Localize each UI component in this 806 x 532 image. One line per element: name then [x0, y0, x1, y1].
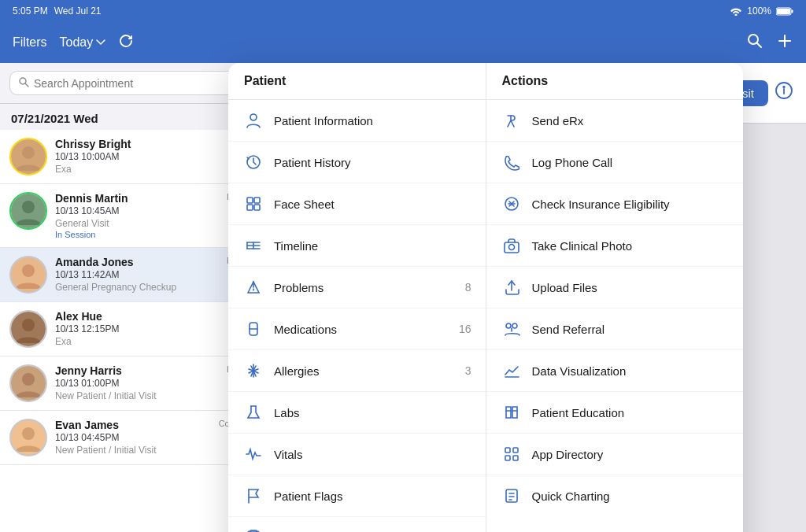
charting-icon [501, 485, 523, 507]
patient-name: Dennis Martin [55, 192, 219, 205]
patient-item-jenny[interactable]: Jenny Harris 10/13 01:00PM New Patient /… [0, 357, 251, 411]
patient-info-chrissy: Chrissy Bright 10/13 10:00AM Exa [55, 138, 222, 175]
menu-label: Patient Information [274, 114, 471, 127]
date-display: Wed Jul 21 [54, 6, 102, 17]
search-input[interactable] [34, 77, 233, 90]
menu-item-appointment-list[interactable]: Appointment List [228, 517, 486, 532]
menu-badge: 3 [465, 364, 471, 377]
camera-icon [501, 235, 523, 257]
svg-rect-75 [513, 456, 518, 460]
patient-item-amanda[interactable]: Amanda Jones 10/13 11:42AM General Pregn… [0, 248, 251, 302]
refresh-button[interactable] [118, 33, 134, 53]
history-icon [242, 151, 264, 173]
info-button[interactable] [775, 81, 793, 105]
menu-item-send-erx[interactable]: Send eRx [486, 100, 744, 142]
menu-item-problems[interactable]: Problems 8 [228, 267, 486, 308]
menu-label: Face Sheet [274, 198, 471, 211]
patient-time: 10/13 11:42AM [55, 269, 219, 280]
patient-detail: New Patient / Initial Visit [55, 390, 219, 401]
left-sidebar: 07/21/2021 Wed Chrissy Bright 10/13 10:0… [0, 63, 252, 532]
menu-label: Patient History [274, 156, 471, 169]
patient-item-alex[interactable]: Alex Hue 10/13 12:15PM Exa Arr [0, 302, 251, 357]
timeline-icon [242, 235, 264, 257]
menu-item-app-directory[interactable]: App Directory [486, 434, 744, 475]
header-right [746, 32, 793, 54]
grid-icon [242, 193, 264, 215]
patient-col-header: Patient [228, 63, 486, 99]
actions-col-header: Actions [486, 63, 744, 99]
today-button[interactable]: Today [60, 35, 106, 50]
menu-item-clinical-photo[interactable]: Take Clinical Photo [486, 225, 744, 267]
allergies-icon [242, 360, 264, 382]
vitals-icon [242, 443, 264, 465]
header-left: Filters Today [13, 33, 134, 53]
menu-item-insurance[interactable]: Check Insurance Eligibility [486, 183, 744, 225]
patient-item-dennis[interactable]: Dennis Martin 10/13 10:45AM General Visi… [0, 184, 251, 248]
list-icon [242, 526, 264, 532]
patient-item-chrissy[interactable]: Chrissy Bright 10/13 10:00AM Exa Arr [0, 130, 251, 184]
menu-item-patient-education[interactable]: Patient Education [486, 392, 744, 434]
referral-icon [501, 318, 523, 340]
svg-point-64 [508, 245, 514, 250]
menu-item-timeline[interactable]: Timeline [228, 225, 486, 267]
menu-item-patient-flags[interactable]: Patient Flags [228, 475, 486, 517]
menu-badge: 16 [459, 323, 471, 335]
menu-label: Problems [274, 281, 456, 294]
menu-item-patient-info[interactable]: Patient Information [228, 100, 486, 142]
patient-info-dennis: Dennis Martin 10/13 10:45AM General Visi… [55, 192, 219, 239]
filters-button[interactable]: Filters [13, 35, 47, 50]
add-button[interactable] [776, 32, 793, 54]
patient-detail: General Visit [55, 218, 219, 229]
patient-detail: Exa [55, 336, 222, 347]
avatar-chrissy [9, 138, 47, 175]
menu-item-patient-history[interactable]: Patient History [228, 142, 486, 183]
patient-time: 10/13 10:45AM [55, 205, 219, 216]
search-button[interactable] [746, 32, 763, 54]
status-bar-left: 5:05 PM Wed Jul 21 [13, 6, 102, 17]
menu-item-labs[interactable]: Labs [228, 392, 486, 434]
patient-time: 10/13 12:15PM [55, 323, 222, 334]
menu-item-medications[interactable]: Medications 16 [228, 308, 486, 350]
insurance-icon [501, 193, 523, 215]
svg-point-14 [22, 264, 35, 277]
svg-point-18 [22, 373, 35, 386]
menu-item-allergies[interactable]: Allergies 3 [228, 350, 486, 392]
menu-item-face-sheet[interactable]: Face Sheet [228, 183, 486, 225]
svg-point-20 [22, 427, 35, 440]
date-header: 07/21/2021 Wed [0, 104, 251, 130]
menu-item-log-phone[interactable]: Log Phone Call [486, 142, 744, 183]
svg-line-4 [757, 42, 762, 47]
menu-item-quick-charting[interactable]: Quick Charting [486, 475, 744, 516]
dropdown-body: Patient Information Patient History [228, 100, 743, 532]
menu-label: Send Referral [532, 323, 730, 336]
actions-column: Send eRx Log Phone Call [486, 100, 744, 532]
menu-label: Check Insurance Eligibility [532, 198, 730, 211]
patient-info-alex: Alex Hue 10/13 12:15PM Exa [55, 310, 222, 347]
svg-rect-73 [513, 448, 518, 453]
plus-icon [776, 32, 793, 50]
patient-detail: General Pregnancy Checkup [55, 282, 219, 293]
rx-icon [501, 109, 523, 131]
menu-label: Timeline [274, 239, 471, 253]
phone-icon [501, 151, 523, 173]
patient-time: 10/13 10:00AM [55, 151, 222, 162]
patient-list: Chrissy Bright 10/13 10:00AM Exa Arr Den… [0, 130, 251, 532]
patient-info-evan: Evan James 10/13 04:45PM New Patient / I… [55, 419, 211, 456]
status-bar-right: 100% [730, 6, 793, 17]
menu-item-send-referral[interactable]: Send Referral [486, 308, 744, 350]
patient-item-evan[interactable]: Evan James 10/13 04:45PM New Patient / I… [0, 411, 251, 465]
search-container [0, 63, 251, 104]
menu-item-vitals[interactable]: Vitals [228, 434, 486, 475]
svg-rect-74 [505, 456, 510, 460]
menu-item-data-viz[interactable]: Data Visualization [486, 350, 744, 392]
svg-line-8 [25, 83, 28, 87]
medications-icon [242, 318, 264, 340]
svg-point-25 [783, 87, 785, 88]
battery-icon [776, 7, 793, 16]
menu-label: Patient Flags [274, 490, 471, 503]
problems-icon [242, 276, 264, 298]
svg-rect-31 [254, 205, 260, 210]
menu-label: Patient Education [532, 406, 730, 419]
menu-item-upload-files[interactable]: Upload Files [486, 267, 744, 308]
svg-point-66 [506, 323, 511, 328]
